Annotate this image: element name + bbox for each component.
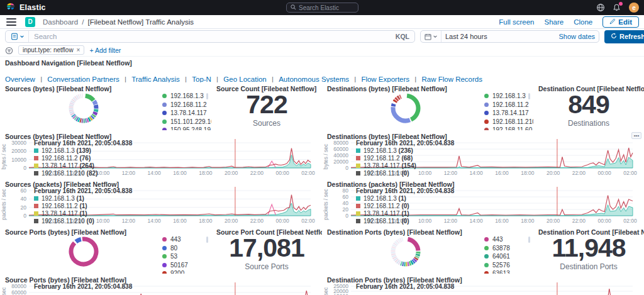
remove-filter-icon[interactable]: × bbox=[77, 47, 80, 53]
panel-title: Dashboard Navigation [Filebeat Netflow] bbox=[0, 57, 644, 67]
panel-options-icon[interactable]: ••• bbox=[631, 132, 641, 139]
dashboard-nav-link[interactable]: Traffic Analysis bbox=[131, 75, 180, 82]
kql-language-button[interactable]: KQL bbox=[396, 33, 409, 40]
filter-pill-input-type-netflow[interactable]: input.type: netflow × bbox=[18, 45, 84, 55]
dashboard-nav-link[interactable]: Geo Location bbox=[223, 75, 266, 82]
dashboard-nav-link[interactable]: Top-N bbox=[192, 75, 211, 82]
legend-item[interactable]: 192.168.11.60 bbox=[484, 126, 533, 130]
date-picker[interactable]: Last 24 hours Show dates bbox=[420, 30, 599, 43]
menu-hamburger-icon[interactable] bbox=[6, 18, 16, 26]
legend-scrollbar[interactable] bbox=[206, 93, 208, 99]
refresh-button[interactable]: Refresh bbox=[604, 30, 644, 43]
panel-sources-bytes-pie: Sources (bytes) [Filebeat Netflow] 192.1… bbox=[0, 82, 211, 130]
legend-item[interactable]: 192.168.11.2 bbox=[162, 101, 211, 109]
svg-text:18:00: 18:00 bbox=[521, 170, 535, 176]
breadcrumb-section[interactable]: Dashboard bbox=[43, 18, 78, 26]
legend-item[interactable]: 443 bbox=[162, 235, 188, 244]
dashboard-app-badge[interactable]: D bbox=[25, 17, 35, 27]
legend-item[interactable]: 52576 bbox=[484, 261, 510, 270]
svg-text:12:00: 12:00 bbox=[444, 170, 458, 176]
search-icon bbox=[291, 4, 296, 11]
legend-scrollbar[interactable] bbox=[206, 237, 208, 243]
time-range-value[interactable]: Last 24 hours bbox=[445, 33, 555, 40]
legend-dot-icon bbox=[162, 94, 167, 98]
svg-text:16:00: 16:00 bbox=[495, 218, 509, 224]
destination-ports-donut-chart[interactable] bbox=[389, 235, 422, 268]
legend-item[interactable]: 192.168.1.3 bbox=[484, 92, 533, 101]
notifications-bell-icon[interactable] bbox=[613, 3, 621, 12]
legend-dot-icon bbox=[484, 237, 489, 242]
panel-destinations-packets-timeseries: Destinations (packets) [Filebeat Netflow… bbox=[322, 178, 644, 226]
nav-separator: | bbox=[349, 75, 361, 82]
show-dates-button[interactable]: Show dates bbox=[559, 33, 595, 40]
legend-dot-icon bbox=[162, 120, 167, 124]
legend-item[interactable]: 50167 bbox=[162, 261, 188, 270]
brand[interactable]: Elastic bbox=[0, 2, 46, 13]
destination-ports-timeseries-chart[interactable]: 0500010000150002000025000bytes / sec06:0… bbox=[322, 281, 644, 295]
edit-button[interactable]: Edit bbox=[602, 16, 639, 28]
svg-text:bytes / sec: bytes / sec bbox=[323, 143, 329, 169]
legend-scrollbar[interactable] bbox=[528, 237, 530, 243]
legend-item[interactable]: 9200 bbox=[162, 269, 188, 274]
legend-item[interactable]: 63613 bbox=[484, 269, 510, 274]
calendar-button[interactable] bbox=[425, 31, 441, 42]
destinations-bytes-donut-chart[interactable] bbox=[389, 92, 422, 125]
svg-text:06:00: 06:00 bbox=[45, 218, 58, 224]
legend-dot-icon bbox=[162, 246, 167, 250]
help-globe-icon[interactable] bbox=[596, 3, 605, 12]
legend-item[interactable]: 13.78.14.117 bbox=[484, 109, 533, 118]
legend-item[interactable]: 64061 bbox=[484, 252, 510, 261]
legend-item[interactable]: 192.168.11.2 bbox=[484, 101, 533, 109]
sources-bytes-donut-chart[interactable] bbox=[67, 92, 100, 125]
svg-text:20: 20 bbox=[343, 206, 349, 213]
clone-button[interactable]: Clone bbox=[574, 18, 592, 26]
legend-item[interactable]: 443 bbox=[484, 235, 510, 244]
filter-icon[interactable] bbox=[5, 46, 13, 54]
sources-packets-timeseries-chart[interactable]: 0204060packets / sec06:0008:0010:0012:00… bbox=[0, 186, 322, 226]
user-avatar[interactable]: e bbox=[629, 3, 639, 13]
legend-item[interactable]: 192.168.1.3 bbox=[162, 92, 211, 101]
add-filter-button[interactable]: + Add filter bbox=[89, 47, 121, 54]
svg-text:06:00: 06:00 bbox=[367, 170, 380, 176]
legend-item[interactable]: 150.95.248.19 bbox=[162, 126, 211, 130]
svg-text:20000: 20000 bbox=[333, 159, 348, 165]
legend-item[interactable]: 80 bbox=[162, 244, 188, 253]
svg-text:bytes / sec: bytes / sec bbox=[1, 287, 7, 295]
destination-port-count-value: 11,948 bbox=[533, 235, 644, 262]
source-ports-donut-chart[interactable] bbox=[67, 235, 100, 268]
kql-search-input[interactable]: Search KQL bbox=[5, 30, 415, 43]
saved-query-menu-button[interactable] bbox=[11, 31, 29, 42]
legend-item[interactable]: 13.78.14.117 bbox=[162, 109, 211, 118]
legend-item[interactable]: 63878 bbox=[484, 244, 510, 253]
dashboard-nav-link[interactable]: Flow Exporters bbox=[361, 75, 409, 82]
svg-text:22:00: 22:00 bbox=[572, 170, 586, 176]
legend-label: 192.168.11.210 bbox=[492, 118, 533, 125]
svg-text:80000: 80000 bbox=[333, 140, 348, 146]
legend-scrollbar[interactable] bbox=[528, 93, 530, 99]
svg-text:16:00: 16:00 bbox=[173, 170, 187, 176]
source-ports-timeseries-chart[interactable]: 020000400006000080000bytes / sec06:0008:… bbox=[0, 281, 322, 295]
legend-item[interactable]: 151.101.229.16 bbox=[162, 118, 211, 126]
legend-label: 80 bbox=[170, 245, 177, 252]
dashboard-nav-link[interactable]: Autonomous Systems bbox=[279, 75, 349, 82]
destinations-packets-timeseries-chart[interactable]: 020406080packets / sec06:0008:0010:0012:… bbox=[322, 186, 644, 226]
share-button[interactable]: Share bbox=[545, 18, 564, 26]
legend-dot-icon bbox=[484, 263, 489, 267]
dashboard-nav-link[interactable]: Raw Flow Records bbox=[421, 75, 482, 82]
legend-item[interactable]: 192.168.11.210 bbox=[484, 118, 533, 126]
dashboard-nav-link[interactable]: Overview bbox=[5, 75, 35, 82]
svg-text:16:00: 16:00 bbox=[173, 218, 187, 224]
full-screen-button[interactable]: Full screen bbox=[499, 18, 534, 26]
svg-text:40000: 40000 bbox=[333, 152, 348, 159]
svg-text:02:00: 02:00 bbox=[623, 170, 637, 176]
legend-label: 192.168.11.2 bbox=[170, 101, 207, 108]
destination-count-value: 849 bbox=[533, 91, 644, 118]
dashboard-nav-link[interactable]: Conversation Partners bbox=[47, 75, 119, 82]
legend-label: 151.101.229.16 bbox=[170, 118, 211, 125]
global-search-input[interactable]: Search Elastic bbox=[286, 3, 358, 13]
sources-bytes-timeseries-chart[interactable]: 0100002000030000bytes / sec06:0008:0010:… bbox=[0, 138, 322, 178]
svg-text:10:00: 10:00 bbox=[96, 170, 110, 176]
svg-text:12:00: 12:00 bbox=[122, 218, 136, 224]
destinations-bytes-timeseries-chart[interactable]: 020000400006000080000bytes / sec06:0008:… bbox=[322, 138, 644, 178]
legend-item[interactable]: 53 bbox=[162, 252, 188, 261]
